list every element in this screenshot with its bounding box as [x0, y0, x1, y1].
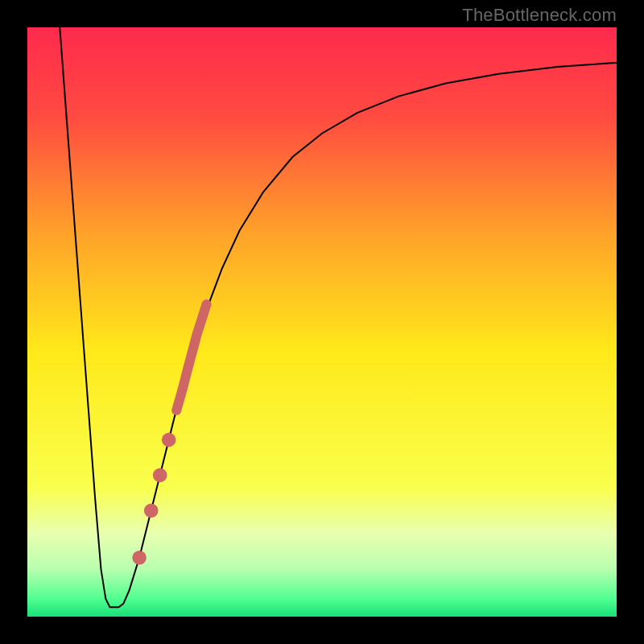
plot-area: [27, 27, 617, 617]
marker-dot: [144, 503, 159, 518]
marker-stripe: [176, 304, 206, 411]
chart-frame: TheBottleneck.com: [0, 0, 644, 644]
markers-layer: [27, 27, 617, 617]
marker-dot: [162, 433, 176, 448]
watermark-text: TheBottleneck.com: [462, 5, 617, 26]
marker-dot: [132, 551, 147, 565]
marker-dot: [153, 469, 167, 483]
